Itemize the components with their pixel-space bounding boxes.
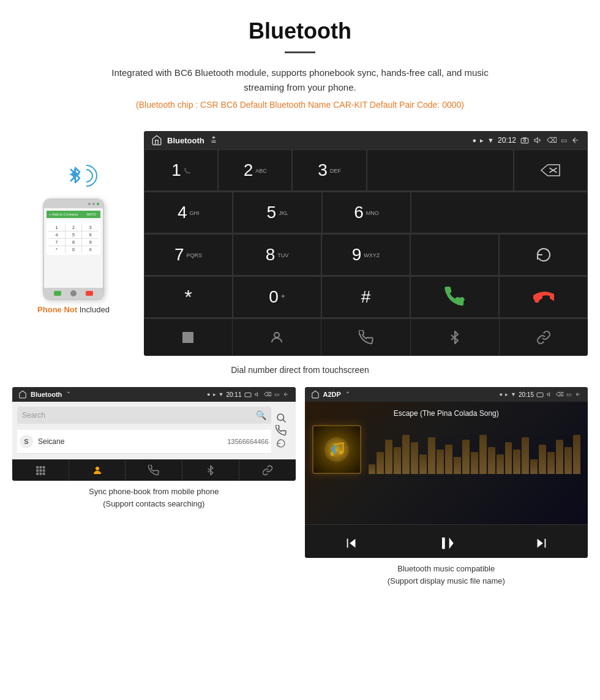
dial-refresh[interactable] bbox=[499, 234, 588, 276]
usb-music-icon bbox=[345, 391, 351, 397]
music-caption-line2: (Support display music file name) bbox=[388, 576, 505, 585]
music-close-icon[interactable]: ⌫ bbox=[556, 391, 564, 397]
pb-phone-side-icon[interactable] bbox=[276, 425, 287, 436]
phone-dot-1 bbox=[88, 203, 91, 205]
prev-btn[interactable] bbox=[336, 533, 367, 554]
phone-body: + Add to Contacts MOTO 1 2 3 4 5 6 7 8 bbox=[43, 198, 104, 300]
pb-contact-btn[interactable] bbox=[69, 460, 126, 481]
vol-music-icon[interactable] bbox=[546, 391, 553, 397]
music-bt-icon: ● bbox=[500, 391, 503, 397]
pb-search-side-icon[interactable] bbox=[276, 412, 287, 423]
dial-contact-btn[interactable] bbox=[233, 319, 321, 356]
music-screen: A2DP ● ▸ ▼ 20:15 ⌫ ▭ bbox=[305, 387, 588, 558]
vol-small-icon[interactable] bbox=[254, 391, 261, 397]
phone-screen-body: 1 2 3 4 5 6 7 8 9 * 0 # bbox=[47, 220, 100, 255]
phone-key: 4 bbox=[48, 231, 65, 238]
svg-rect-19 bbox=[43, 466, 45, 469]
svg-point-26 bbox=[96, 467, 99, 470]
home-icon[interactable] bbox=[151, 135, 162, 146]
album-art bbox=[312, 425, 361, 474]
contact-row[interactable]: S Seicane 13566664466 bbox=[17, 430, 271, 454]
pb-window-icon[interactable]: ▭ bbox=[274, 391, 280, 397]
dial-key-hash[interactable]: # bbox=[321, 276, 410, 318]
music-signal-icon: ▼ bbox=[511, 391, 516, 397]
svg-rect-7 bbox=[182, 336, 186, 339]
page-header: Bluetooth Integrated with BC6 Bluetooth … bbox=[0, 0, 600, 125]
dialer-container: Bluetooth ● ▸ ▼ 20:12 ⌫ ▭ bbox=[144, 131, 588, 356]
dial-key-3[interactable]: 3DEF bbox=[292, 149, 366, 191]
pb-link-btn[interactable] bbox=[239, 460, 296, 481]
svg-rect-23 bbox=[36, 473, 39, 475]
home-small-icon[interactable] bbox=[18, 390, 27, 399]
svg-point-1 bbox=[523, 140, 526, 142]
camera-small-icon[interactable] bbox=[244, 391, 252, 397]
pb-back-icon[interactable] bbox=[282, 391, 290, 397]
back-icon[interactable] bbox=[571, 136, 580, 145]
next-btn[interactable] bbox=[525, 533, 557, 554]
home-music-icon[interactable] bbox=[311, 390, 320, 399]
search-bar[interactable]: Search 🔍 bbox=[17, 407, 271, 424]
phonebook-time: 20:11 bbox=[226, 391, 241, 398]
svg-point-15 bbox=[277, 414, 284, 421]
phonebook-header: Bluetooth ● ▸ ▼ 20:11 ⌫ ▭ bbox=[12, 387, 296, 402]
dial-key-6[interactable]: 6MNO bbox=[322, 192, 411, 233]
dial-backspace[interactable] bbox=[514, 149, 588, 191]
contact-name: Seicane bbox=[38, 437, 227, 446]
dial-bt-btn[interactable] bbox=[411, 319, 500, 356]
next-icon bbox=[534, 536, 548, 550]
pb-close-icon[interactable]: ⌫ bbox=[264, 391, 272, 397]
dial-key-8[interactable]: 8TUV bbox=[233, 234, 321, 276]
dial-phone-btn[interactable] bbox=[321, 319, 410, 356]
header-description: Integrated with BC6 Bluetooth module, su… bbox=[92, 66, 508, 95]
bt-symbol-icon bbox=[66, 163, 84, 187]
music-window-icon[interactable]: ▭ bbox=[566, 391, 572, 397]
dial-call-green[interactable] bbox=[410, 276, 499, 318]
pb-grid-btn[interactable] bbox=[12, 460, 69, 481]
phone-included-text: Included bbox=[77, 305, 110, 314]
dial-key-star[interactable]: * bbox=[144, 276, 233, 318]
dial-link-btn[interactable] bbox=[500, 319, 588, 356]
phone-bottom-home bbox=[70, 290, 77, 296]
pb-phone-btn[interactable] bbox=[126, 460, 182, 481]
backspace-icon bbox=[539, 162, 561, 179]
dial-key-9[interactable]: 9WXYZ bbox=[321, 234, 410, 276]
dial-key-5[interactable]: 5JKL bbox=[233, 192, 321, 233]
camera-music-icon[interactable] bbox=[536, 391, 544, 397]
phone-icon bbox=[359, 330, 373, 345]
music-back-icon[interactable] bbox=[574, 391, 582, 397]
dialer-bottom-bar bbox=[144, 318, 588, 356]
svg-rect-4 bbox=[182, 332, 186, 336]
pb-link-icon bbox=[262, 465, 273, 476]
dial-call-red[interactable] bbox=[499, 276, 588, 318]
svg-marker-33 bbox=[449, 538, 453, 549]
window-icon[interactable]: ▭ bbox=[561, 137, 567, 145]
phone-keypad: 1 2 3 4 5 6 7 8 9 * 0 # bbox=[48, 224, 99, 253]
volume-icon[interactable] bbox=[533, 136, 543, 145]
dial-key-7[interactable]: 7PQRS bbox=[144, 234, 233, 276]
phone-key: 8 bbox=[66, 239, 82, 246]
call-green-icon bbox=[444, 287, 465, 307]
play-pause-icon bbox=[438, 535, 455, 552]
svg-marker-34 bbox=[537, 539, 542, 548]
close-icon[interactable]: ⌫ bbox=[547, 136, 557, 145]
svg-rect-24 bbox=[39, 473, 42, 475]
svg-rect-32 bbox=[442, 538, 445, 549]
phone-key: 6 bbox=[82, 231, 99, 238]
dial-grid-btn[interactable] bbox=[144, 319, 233, 356]
pb-refresh-side-icon[interactable] bbox=[276, 438, 287, 449]
dial-key-0[interactable]: 0+ bbox=[233, 276, 321, 318]
svg-rect-0 bbox=[521, 138, 528, 143]
dial-key-2[interactable]: 2ABC bbox=[218, 149, 292, 191]
pb-bt-btn[interactable] bbox=[182, 460, 239, 481]
play-pause-btn[interactable] bbox=[429, 531, 464, 555]
music-header-right: ● ▸ ▼ 20:15 ⌫ ▭ bbox=[500, 391, 582, 398]
dialer-grid: 1📞 2ABC 3DEF bbox=[144, 149, 588, 318]
camera-icon[interactable] bbox=[520, 136, 530, 145]
dial-key-1[interactable]: 1📞 bbox=[144, 149, 218, 191]
link-icon bbox=[536, 330, 551, 345]
dial-key-4[interactable]: 4GHI bbox=[144, 192, 233, 233]
svg-rect-6 bbox=[190, 332, 193, 336]
svg-rect-21 bbox=[39, 470, 42, 472]
svg-rect-12 bbox=[190, 339, 193, 343]
svg-rect-8 bbox=[186, 336, 190, 339]
